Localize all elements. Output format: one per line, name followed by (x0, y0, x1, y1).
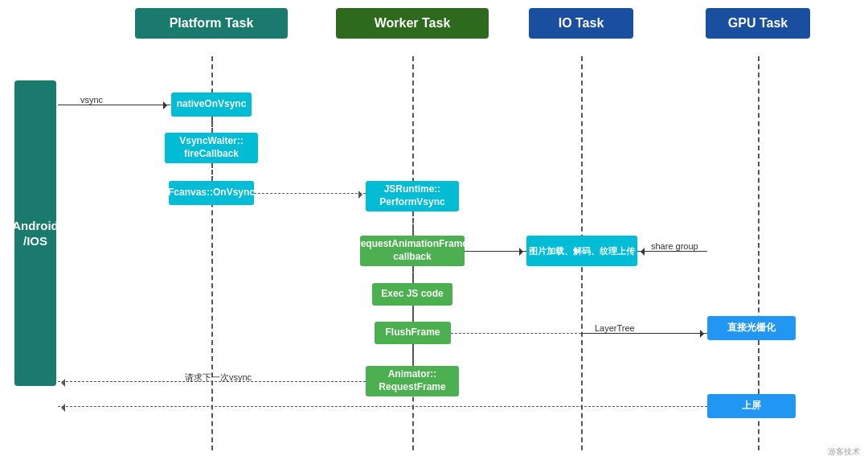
col-header-platform: Platform Task (135, 8, 288, 39)
diagram-container: Android /IOS Platform Task Worker Task I… (0, 0, 868, 464)
label-vsync: vsync (80, 95, 103, 105)
vconn-worker-3 (412, 306, 414, 322)
box-fcanvasOnVsync: Fcanvas::OnVsync (169, 181, 254, 205)
col-header-gpu: GPU Task (706, 8, 810, 39)
vconn-worker-4 (412, 344, 414, 366)
vconn-gpu (758, 340, 760, 394)
android-ios-label: Android /IOS (12, 218, 59, 249)
vconn-worker-1 (412, 211, 414, 236)
box-execJsCode: Exec JS code (372, 283, 452, 306)
box-flushFrame: FlushFrame (375, 322, 451, 344)
android-ios-bar: Android /IOS (14, 80, 56, 386)
box-jsruntimePerform: JSRuntime::PerformVsync (366, 181, 459, 211)
box-imageLoad: 图片加载、解码、纹理上传 (526, 236, 637, 266)
label-next-vsync: 请求下一次vsync (185, 372, 252, 384)
arrow-layertree-gpu (581, 333, 707, 334)
arrow-screen-back (58, 406, 707, 407)
vconn-1 (211, 117, 213, 133)
watermark: 游客技术 (828, 446, 860, 458)
box-screenShow: 上屏 (707, 394, 796, 418)
arrow-share-group (637, 251, 707, 252)
arrow-raf-imageload (465, 251, 526, 252)
box-nativeOnVsync: nativeOnVsync (171, 92, 252, 117)
label-layertree: LayerTree (595, 323, 635, 333)
box-animatorRequest: Animator::RequestFrame (366, 366, 459, 396)
box-vsyncWaiter: VsyncWaiter::fireCallback (165, 133, 258, 163)
arrow-fcanvas-jsruntime (254, 193, 366, 194)
arrow-vsync (58, 105, 170, 105)
vconn-worker-2 (412, 266, 414, 283)
arrow-layertree-io (451, 333, 581, 334)
col-header-worker: Worker Task (336, 8, 489, 39)
vconn-2 (211, 163, 213, 181)
col-header-io: IO Task (529, 8, 633, 39)
box-rafCallback: requestAnimationFramecallback (360, 236, 465, 266)
label-share-group: share group (651, 241, 698, 251)
box-directRaster: 直接光栅化 (707, 316, 796, 340)
